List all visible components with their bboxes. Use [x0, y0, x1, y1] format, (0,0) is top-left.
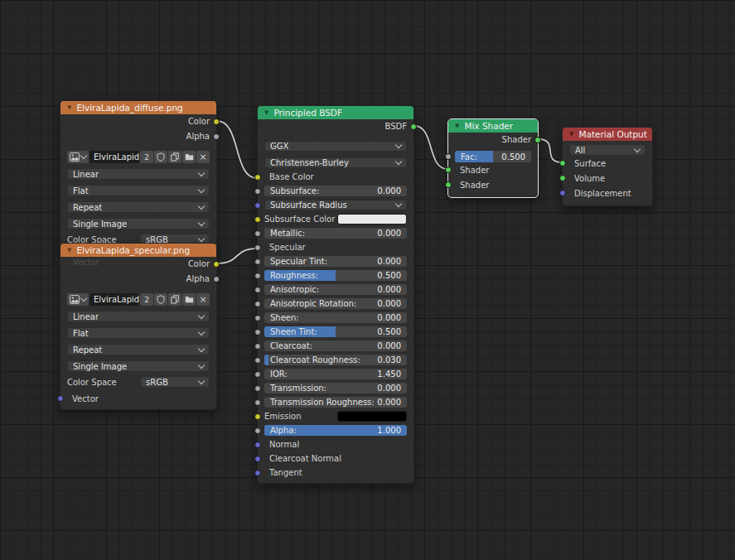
node-link[interactable]: [539, 139, 562, 162]
color-space-dropdown[interactable]: sRGB: [140, 376, 210, 388]
flat-dropdown[interactable]: Flat: [67, 327, 210, 339]
param-sheen-tint[interactable]: Sheen Tint:0.500: [258, 326, 413, 337]
user-count-button[interactable]: 2: [140, 151, 153, 163]
unlink-button[interactable]: ×: [196, 151, 210, 163]
new-image-button[interactable]: [168, 293, 181, 306]
image-name-field[interactable]: ElviraLapida..: [89, 293, 139, 306]
clearcoat-roughness-slider[interactable]: Clearcoat Roughness:0.030: [264, 355, 407, 365]
param-linear[interactable]: Linear: [60, 168, 216, 180]
param-flat[interactable]: Flat: [60, 327, 216, 339]
clearcoat-roughness-input-socket[interactable]: [254, 357, 261, 364]
repeat-dropdown[interactable]: Repeat: [67, 344, 210, 355]
shader-input-socket[interactable]: [445, 167, 452, 173]
param-linear[interactable]: Linear: [60, 311, 216, 322]
single-image-dropdown[interactable]: Single Image: [67, 218, 210, 229]
emission-swatch[interactable]: [337, 411, 407, 422]
param-specular-tint[interactable]: Specular Tint:0.000: [258, 256, 413, 267]
ior-input-socket[interactable]: [254, 371, 261, 378]
transmission-roughness-input-socket[interactable]: [254, 399, 261, 406]
open-image-button[interactable]: [182, 293, 196, 306]
linear-dropdown[interactable]: Linear: [67, 168, 210, 180]
ior-slider[interactable]: IOR:1.450: [264, 369, 407, 379]
linear-dropdown[interactable]: Linear: [67, 311, 210, 322]
param-specular[interactable]: Specular: [258, 242, 413, 253]
param-sheen[interactable]: Sheen:0.000: [258, 312, 413, 323]
metallic-slider[interactable]: Metallic:0.000: [264, 228, 407, 239]
param-transmission[interactable]: Transmission:0.000: [258, 383, 413, 393]
alpha-output-socket[interactable]: [213, 133, 220, 140]
alpha-input-socket[interactable]: [254, 427, 261, 434]
subsurface-radius-dropdown[interactable]: Subsurface Radius: [264, 200, 407, 210]
vector-input-socket[interactable]: [57, 395, 64, 402]
image-browse-button[interactable]: [67, 151, 89, 163]
param-color-space[interactable]: Color SpacesRGB: [60, 376, 216, 388]
collapse-icon[interactable]: ▼: [569, 128, 573, 141]
param-single-image[interactable]: Single Image: [60, 218, 216, 229]
subsurface-radius-input-socket[interactable]: [254, 202, 261, 209]
node-image-texture-diffuse[interactable]: ▼ ElviraLapida_diffuse.png Color Alpha E…: [60, 100, 217, 251]
node-header[interactable]: ▼ ElviraLapida_specular.png: [60, 244, 216, 257]
specular-tint-slider[interactable]: Specular Tint:0.000: [264, 256, 407, 267]
volume-input-socket[interactable]: [559, 175, 566, 181]
param-alpha[interactable]: Alpha:1.000: [258, 425, 413, 436]
param-metallic[interactable]: Metallic:0.000: [258, 228, 413, 239]
anisotropic-slider[interactable]: Anisotropic:0.000: [264, 284, 407, 295]
node-header[interactable]: ▼ ElviraLapida_diffuse.png: [60, 101, 216, 114]
specular-tint-input-socket[interactable]: [254, 258, 261, 265]
param-subsurface-color[interactable]: Subsurface Color: [258, 214, 413, 224]
unlink-button[interactable]: ×: [196, 293, 210, 306]
sheen-input-socket[interactable]: [254, 315, 261, 321]
metallic-input-socket[interactable]: [254, 230, 261, 237]
node-principled-bsdf[interactable]: ▼ Principled BSDF BSDF GGXChristensen-Bu…: [257, 105, 414, 484]
shader-output-socket[interactable]: [534, 137, 541, 143]
image-name-field[interactable]: ElviraLapida..: [89, 151, 139, 163]
christensen-burley-dropdown[interactable]: Christensen-Burley: [264, 157, 407, 168]
param-vector[interactable]: Vector: [60, 393, 216, 404]
tangent-input-socket[interactable]: [254, 470, 261, 476]
clearcoat-normal-input-socket[interactable]: [254, 456, 261, 462]
alpha-output-socket[interactable]: [213, 276, 220, 282]
param-clearcoat-roughness[interactable]: Clearcoat Roughness:0.030: [258, 355, 413, 365]
param-anisotropic[interactable]: Anisotropic:0.000: [258, 284, 413, 295]
anisotropic-rotation-input-socket[interactable]: [254, 301, 261, 307]
shader-node-editor[interactable]: ▼ ElviraLapida_diffuse.png Color Alpha E…: [0, 0, 735, 560]
single-image-dropdown[interactable]: Single Image: [67, 360, 210, 372]
base-color-input-socket[interactable]: [254, 174, 261, 181]
open-image-button[interactable]: [182, 151, 196, 163]
alpha-slider[interactable]: Alpha:1.000: [264, 425, 407, 436]
param-transmission-roughness[interactable]: Transmission Roughness:0.000: [258, 397, 413, 408]
subsurface-slider[interactable]: Subsurface:0.000: [264, 186, 407, 196]
param-all[interactable]: All: [563, 144, 652, 156]
param-anisotropic-rotation[interactable]: Anisotropic Rotation:0.000: [258, 298, 413, 309]
param-roughness[interactable]: Roughness:0.500: [258, 270, 413, 281]
sheen-tint-slider[interactable]: Sheen Tint:0.500: [264, 326, 407, 337]
param-volume[interactable]: Volume: [563, 171, 652, 186]
param-surface[interactable]: Surface: [563, 156, 652, 171]
subsurface-color-swatch[interactable]: [337, 214, 407, 224]
param-tangent[interactable]: Tangent: [258, 467, 413, 478]
fac-slider[interactable]: Fac:0.500: [455, 151, 531, 162]
param-shader[interactable]: Shader: [448, 177, 538, 192]
param-subsurface-radius[interactable]: Subsurface Radius: [258, 200, 413, 210]
flat-dropdown[interactable]: Flat: [67, 185, 210, 196]
param-repeat[interactable]: Repeat: [60, 201, 216, 213]
repeat-dropdown[interactable]: Repeat: [67, 201, 210, 213]
fake-user-button[interactable]: [154, 293, 167, 306]
param-base-color[interactable]: Base Color: [258, 171, 413, 182]
param-subsurface[interactable]: Subsurface:0.000: [258, 186, 413, 196]
transmission-slider[interactable]: Transmission:0.000: [264, 383, 407, 393]
node-link[interactable]: [217, 121, 257, 178]
subsurface-input-socket[interactable]: [254, 188, 261, 195]
node-header[interactable]: ▼ Mix Shader: [448, 119, 538, 133]
param-ggx[interactable]: GGX: [258, 141, 413, 152]
sheen-tint-input-socket[interactable]: [254, 329, 261, 336]
surface-input-socket[interactable]: [559, 160, 566, 167]
anisotropic-rotation-slider[interactable]: Anisotropic Rotation:0.000: [264, 298, 407, 309]
param-normal[interactable]: Normal: [258, 439, 413, 450]
normal-input-socket[interactable]: [254, 442, 261, 448]
color-output-socket[interactable]: [213, 261, 220, 268]
node-link[interactable]: [414, 126, 447, 169]
node-image-texture-specular[interactable]: Vector ▼ ElviraLapida_specular.png Color…: [60, 243, 217, 410]
fac-input-socket[interactable]: [445, 153, 452, 160]
all-dropdown[interactable]: All: [569, 144, 646, 156]
